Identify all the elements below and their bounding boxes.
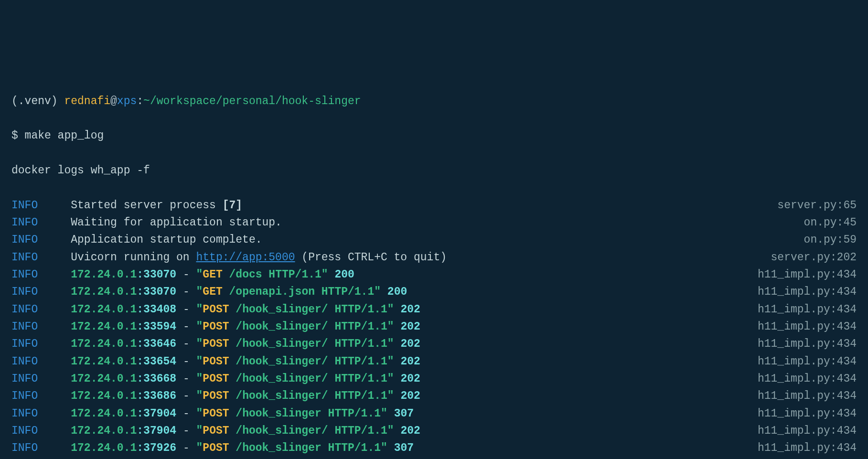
dash-sep: - <box>176 442 196 454</box>
request-path: /hook_slinger HTTP/1.1 <box>229 442 381 454</box>
http-method: POST <box>203 320 229 333</box>
http-method: GET <box>203 286 222 298</box>
open-quote: " <box>196 442 203 454</box>
http-method: POST <box>203 355 229 368</box>
dash-sep: - <box>176 303 196 316</box>
log-line: INFO Started server process [7]server.py… <box>11 197 857 214</box>
client-ip: 172.24.0.1 <box>71 390 137 402</box>
log-source: on.py:45 <box>804 214 857 231</box>
log-line: INFO 172.24.0.1:33070 - "GET /openapi.js… <box>11 283 857 300</box>
close-quote: " <box>387 320 394 333</box>
log-line: INFO 172.24.0.1:37904 - "POST /hook_slin… <box>11 405 857 422</box>
log-message: Started server process <box>71 199 222 212</box>
client-colon: : <box>137 303 143 316</box>
client-ip: 172.24.0.1 <box>71 338 137 350</box>
log-message: (Press CTRL+C to quit) <box>295 251 447 264</box>
http-method: GET <box>203 268 222 281</box>
client-colon: : <box>137 286 143 298</box>
open-quote: " <box>196 407 203 420</box>
http-method: POST <box>203 373 229 385</box>
client-ip: 172.24.0.1 <box>71 268 137 281</box>
close-quote: " <box>387 373 394 385</box>
log-source: h11_impl.py:434 <box>758 335 857 352</box>
client-colon: : <box>137 338 143 350</box>
client-ip: 172.24.0.1 <box>71 320 137 333</box>
log-line: INFO Application startup complete.on.py:… <box>11 231 857 248</box>
log-source: server.py:65 <box>777 197 857 214</box>
log-level: INFO <box>11 199 38 212</box>
log-line: INFO 172.24.0.1:33668 - "POST /hook_slin… <box>11 370 857 387</box>
log-source: h11_impl.py:434 <box>758 318 857 335</box>
close-quote: " <box>387 303 394 316</box>
client-port: 37904 <box>143 407 176 420</box>
http-status: 202 <box>400 355 420 368</box>
log-level: INFO <box>11 268 38 281</box>
close-quote: " <box>387 355 394 368</box>
client-colon: : <box>137 373 143 385</box>
open-quote: " <box>196 320 203 333</box>
open-quote: " <box>196 355 203 368</box>
http-status: 202 <box>400 425 420 437</box>
command-text: make app_log <box>25 129 104 142</box>
http-status: 202 <box>400 390 420 402</box>
log-level: INFO <box>11 407 38 420</box>
client-colon: : <box>137 425 143 437</box>
http-method: POST <box>203 390 229 402</box>
log-source: h11_impl.py:434 <box>758 457 857 459</box>
open-quote: " <box>196 268 203 281</box>
client-colon: : <box>137 442 143 454</box>
dash-sep: - <box>176 390 196 402</box>
log-source: h11_impl.py:434 <box>758 283 857 300</box>
log-source: h11_impl.py:434 <box>758 301 857 318</box>
dash-sep: - <box>176 355 196 368</box>
http-status: 202 <box>400 320 420 333</box>
log-line: INFO 172.24.0.1:33408 - "POST /hook_slin… <box>11 301 857 318</box>
open-quote: " <box>196 390 203 402</box>
client-port: 33594 <box>143 320 176 333</box>
client-port: 33646 <box>143 338 176 350</box>
client-port: 33686 <box>143 390 176 402</box>
log-level: INFO <box>11 251 38 264</box>
http-status: 307 <box>394 407 414 420</box>
close-quote: " <box>381 407 387 420</box>
open-quote: " <box>196 373 203 385</box>
log-line: INFO 172.24.0.1:33594 - "POST /hook_slin… <box>11 318 857 335</box>
close-quote: " <box>387 390 394 402</box>
prompt-host: xps <box>117 95 137 107</box>
uvicorn-url-link[interactable]: http://app:5000 <box>196 251 295 264</box>
log-line: INFO 172.24.0.1:33070 - "GET /docs HTTP/… <box>11 266 857 283</box>
client-ip: 172.24.0.1 <box>71 303 137 316</box>
dash-sep: - <box>176 373 196 385</box>
log-level: INFO <box>11 355 38 368</box>
log-source: h11_impl.py:434 <box>758 439 857 457</box>
request-path: /openapi.json HTTP/1.1 <box>223 286 374 298</box>
prompt-user: rednafi <box>64 95 110 107</box>
http-status: 202 <box>400 303 420 316</box>
open-quote: " <box>196 338 203 350</box>
client-colon: : <box>137 407 143 420</box>
client-port: 33668 <box>143 373 176 385</box>
close-quote: " <box>387 425 394 437</box>
log-level: INFO <box>11 216 38 229</box>
terminal[interactable]: (.venv) rednafi@xps:~/workspace/personal… <box>11 75 857 459</box>
log-source: on.py:59 <box>804 231 857 248</box>
log-line: INFO 172.24.0.1:33646 - "POST /hook_slin… <box>11 335 857 352</box>
http-method: POST <box>203 442 229 454</box>
prompt-line-1: (.venv) rednafi@xps:~/workspace/personal… <box>11 93 857 110</box>
log-line: INFO 172.24.0.1:37904 - "POST /hook_slin… <box>11 422 857 439</box>
client-colon: : <box>137 355 143 368</box>
open-quote: " <box>196 303 203 316</box>
dash-sep: - <box>176 425 196 437</box>
http-method: POST <box>203 338 229 350</box>
log-line: INFO Waiting for application startup.on.… <box>11 214 857 231</box>
close-quote: " <box>387 338 394 350</box>
log-level: INFO <box>11 303 38 316</box>
client-colon: : <box>137 390 143 402</box>
dash-sep: - <box>176 268 196 281</box>
log-level: INFO <box>11 425 38 437</box>
prompt-at: @ <box>110 95 117 107</box>
log-line: INFO 172.24.0.1:37926 - "POST /hook_slin… <box>11 439 857 457</box>
log-source: h11_impl.py:434 <box>758 266 857 283</box>
http-status: 202 <box>400 338 420 350</box>
log-message-bold: [7] <box>223 199 242 212</box>
